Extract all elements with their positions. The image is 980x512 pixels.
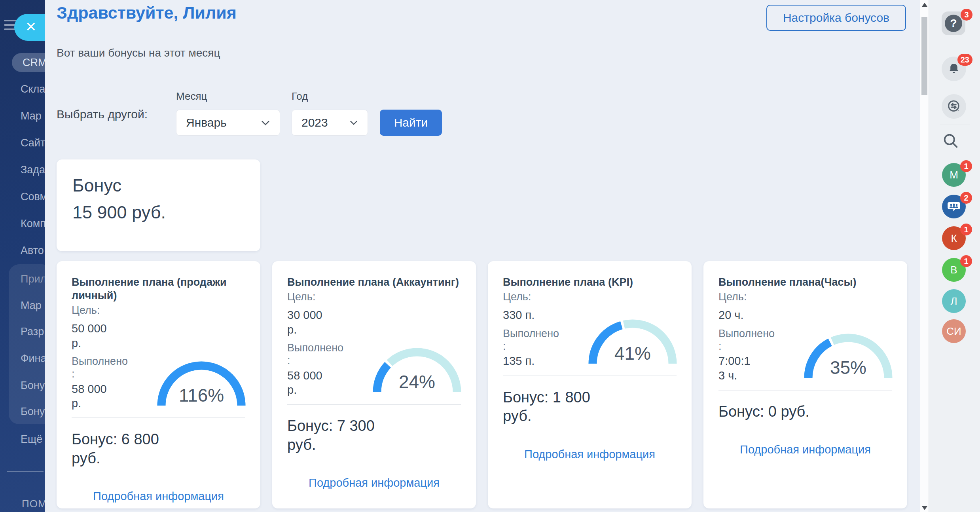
bonus-cards-row: Выполнение плана (продажи личный) Цель: … [57,261,907,508]
filter-label: Выбрать другой: [57,108,148,121]
find-button[interactable]: Найти [380,110,442,136]
scroll-down-arrow[interactable] [922,506,927,510]
main-content: Здравствуйте, Лилия Настройка бонусов Во… [45,0,920,512]
gauge-percent: 35% [830,357,866,378]
done-value: 58 000 р. [72,382,143,411]
avatar[interactable]: СИ [942,319,966,343]
plan-card-accounting: Выполнение плана (Аккаунтинг) Цель: 30 0… [272,261,476,508]
messenger-button[interactable] [942,94,966,119]
goal-value: 330 п. [503,308,574,322]
details-link[interactable]: Подробная информация [718,443,892,456]
help-button[interactable]: ? 3 [942,11,966,36]
done-label: Выполнено : [718,327,790,353]
rail-divider [940,155,970,155]
avatar[interactable]: К 1 [942,226,966,250]
chevron-down-icon [261,120,270,126]
sidebar-item-developers[interactable]: Разр [21,326,45,338]
sidebar-help-link[interactable]: ПОМО [22,498,45,510]
goal-value: 30 000 р. [287,308,358,337]
sidebar-item-company[interactable]: Комп [21,218,45,230]
goal-label: Цель: [718,290,790,303]
card-divider [718,390,892,391]
goal-label: Цель: [287,290,358,303]
page-subtitle: Вот ваши бонусы на этот месяц [57,47,220,59]
card-bonus: Бонус: 1 800 руб. [503,388,677,426]
close-menu-button[interactable]: × [14,14,45,41]
sidebar-item-tasks[interactable]: Зада [21,164,45,176]
plan-card-kpi: Выполнение плана (KPI) Цель: 330 п. Выпо… [488,261,692,508]
bonus-summary-card: Бонус 15 900 руб. [57,159,260,251]
bell-icon [947,62,961,76]
done-label: Выполнено : [503,327,574,353]
gauge-percent: 41% [614,343,651,364]
goal-value: 50 000 р. [72,321,143,350]
plan-card-hours: Выполнение плана(Часы) Цель: 20 ч. Выпол… [703,261,907,508]
sidebar-item-sites[interactable]: Сайт [21,137,45,149]
sidebar-item-bonus-2[interactable]: Бону [21,406,45,418]
avatar-badge: 1 [960,224,972,235]
chat-exchange-icon [946,99,962,114]
card-title: Выполнение плана (KPI) [503,275,677,289]
done-label: Выполнено : [72,355,143,381]
avatar-badge: 1 [960,160,972,172]
details-link[interactable]: Подробная информация [72,490,245,503]
year-select-value: 2023 [301,116,328,129]
sidebar-item-sklad[interactable]: Скла [21,83,45,95]
chevron-down-icon [349,120,358,125]
sidebar-item-collab[interactable]: Совм [21,191,45,203]
notifications-badge: 23 [957,54,972,66]
sidebar-item-apps[interactable]: Прил [21,273,45,285]
sidebar-item-bonus-1[interactable]: Бону [21,379,45,392]
sidebar-item-marketing[interactable]: Мар [21,110,45,122]
right-rail: ? 3 23 М 1 [929,0,980,512]
details-link[interactable]: Подробная информация [287,476,461,489]
scroll-up-arrow[interactable] [922,3,927,7]
month-select-value: Январь [186,116,227,129]
app-sidebar: × CRM Скла Мар Сайт Зада Совм Комп Авто … [0,0,45,512]
scrollbar-thumb[interactable] [921,17,927,95]
avatar-badge: 2 [960,192,972,204]
sidebar-item-finance[interactable]: Фина [21,353,45,365]
card-divider [72,417,245,418]
avatar-initials: В [950,264,957,276]
sidebar-apps-panel [9,264,45,424]
gauge-percent: 116% [179,385,224,406]
details-link[interactable]: Подробная информация [503,448,677,461]
bonus-summary-amount: 15 900 руб. [72,202,260,223]
goal-label: Цель: [72,304,143,317]
question-icon: ? [945,15,962,32]
avatar-badge: 1 [960,255,972,267]
avatar[interactable]: Л [942,289,966,313]
year-select[interactable]: 2023 [292,110,368,136]
progress-gauge: 24% [372,348,463,397]
search-button[interactable] [942,132,966,150]
card-bonus: Бонус: 0 руб. [718,402,892,421]
sidebar-item-more[interactable]: Ещё [21,433,45,446]
card-title: Выполнение плана (продажи личный) [72,275,246,302]
search-icon [942,132,960,150]
avatar[interactable]: В 1 [942,258,966,282]
sidebar-item-crm[interactable]: CRM [12,53,45,72]
done-label: Выполнено : [287,341,358,367]
progress-gauge: 116% [156,361,247,410]
goal-label: Цель: [503,290,574,303]
goal-value: 20 ч. [718,308,790,322]
avatar-group-chat[interactable]: 2 [942,195,966,218]
notifications-button[interactable]: 23 [942,57,966,81]
help-badge: 3 [961,9,972,21]
gauge-percent: 24% [399,372,435,392]
bonus-settings-button[interactable]: Настройка бонусов [766,5,906,31]
vertical-scrollbar[interactable] [920,0,929,512]
progress-gauge: 35% [803,334,894,383]
card-title: Выполнение плана(Часы) [718,275,893,289]
avatar-initials: М [950,169,958,181]
month-select[interactable]: Январь [176,110,280,136]
page-title: Здравствуйте, Лилия [57,3,237,23]
avatar[interactable]: М 1 [942,163,966,187]
sidebar-item-automation[interactable]: Авто [21,245,45,257]
sidebar-divider [7,471,44,472]
progress-gauge: 41% [587,319,678,368]
sidebar-item-market[interactable]: Мар [21,300,45,312]
year-label: Год [292,90,308,102]
avatar-initials: К [951,232,957,245]
